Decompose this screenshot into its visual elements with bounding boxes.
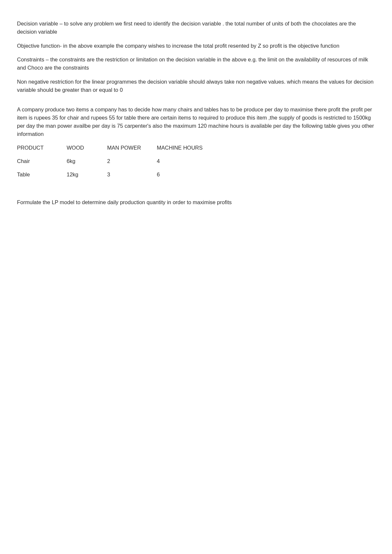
paragraph-formulate: Formulate the LP model to determine dail… xyxy=(17,198,375,206)
paragraph-decision-variable: Decision variable – to solve any problem… xyxy=(17,20,375,36)
cell-manpower: 2 xyxy=(107,157,157,165)
header-manpower: MAN POWER xyxy=(107,144,157,152)
cell-machine: 4 xyxy=(157,157,222,165)
cell-wood: 6kg xyxy=(67,157,107,165)
header-machine: MACHINE HOURS xyxy=(157,144,222,152)
paragraph-non-negative: Non negative restriction for the linear … xyxy=(17,78,375,94)
paragraph-problem-statement: A company produce two items a company ha… xyxy=(17,106,375,138)
cell-product: Table xyxy=(17,171,67,179)
table-row: Table 12kg 3 6 xyxy=(17,171,375,179)
cell-wood: 12kg xyxy=(67,171,107,179)
paragraph-objective-function: Objective function- in the above example… xyxy=(17,42,375,50)
table-row: Chair 6kg 2 4 xyxy=(17,157,375,165)
header-product: PRODUCT xyxy=(17,144,67,152)
cell-product: Chair xyxy=(17,157,67,165)
paragraph-constraints: Constraints – the constraints are the re… xyxy=(17,56,375,72)
table-header-row: PRODUCT WOOD MAN POWER MACHINE HOURS xyxy=(17,144,375,152)
header-wood: WOOD xyxy=(67,144,107,152)
cell-machine: 6 xyxy=(157,171,222,179)
cell-manpower: 3 xyxy=(107,171,157,179)
resource-table: PRODUCT WOOD MAN POWER MACHINE HOURS Cha… xyxy=(17,144,375,178)
